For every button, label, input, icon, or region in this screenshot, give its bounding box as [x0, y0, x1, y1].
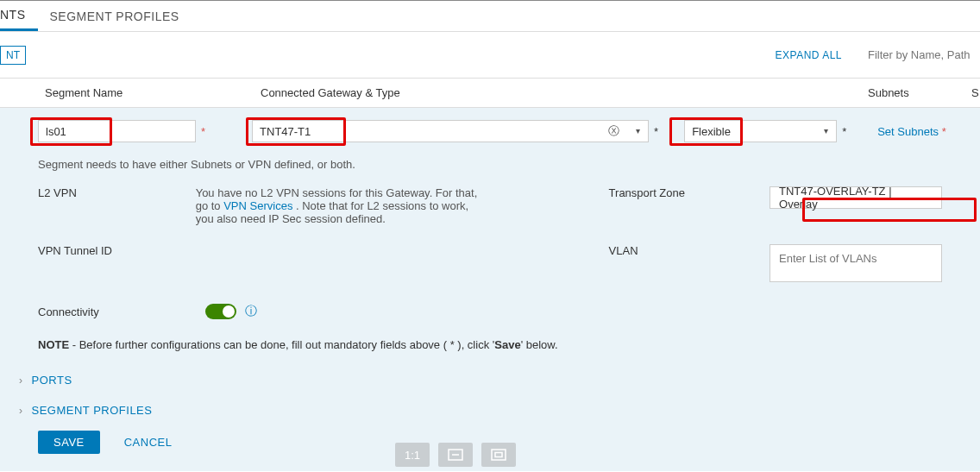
- segment-details: Segment needs to have either Subnets or …: [0, 154, 980, 471]
- required-marker: *: [654, 125, 658, 138]
- table-header: Segment Name Connected Gateway & Type Su…: [0, 79, 980, 108]
- col-extra: S: [964, 86, 980, 99]
- fit-screen-icon[interactable]: [481, 443, 516, 467]
- l2vpn-label: L2 VPN: [38, 186, 196, 199]
- connectivity-toggle[interactable]: [205, 304, 236, 319]
- note-text: NOTE - Before further configurations can…: [38, 338, 942, 351]
- tab-segments[interactable]: NTS: [0, 1, 38, 31]
- chevron-right-icon: ›: [19, 405, 23, 417]
- helper-text: Segment needs to have either Subnets or …: [38, 154, 942, 186]
- transport-zone-select[interactable]: TNT47-OVERLAY-TZ | Overlay: [770, 186, 942, 209]
- chevron-down-icon[interactable]: ▾: [824, 126, 828, 135]
- set-subnets-link[interactable]: Set Subnets *: [877, 125, 946, 138]
- col-subnets: Subnets: [861, 86, 964, 99]
- vpn-tunnel-id-label: VPN Tunnel ID: [38, 244, 196, 257]
- segment-edit-row: * ⓧ ▾ * ▾ * Set Subnets *: [0, 108, 980, 154]
- required-marker: *: [842, 125, 846, 138]
- action-bar: NT EXPAND ALL: [0, 32, 980, 79]
- save-button[interactable]: SAVE: [38, 431, 100, 454]
- segment-profiles-section[interactable]: › SEGMENT PROFILES: [19, 395, 942, 425]
- tab-segment-profiles[interactable]: SEGMENT PROFILES: [38, 3, 192, 30]
- connectivity-label: Connectivity: [38, 305, 205, 318]
- view-toolbar: 1:1: [395, 443, 516, 467]
- tab-bar: NTS SEGMENT PROFILES: [0, 1, 980, 32]
- expand-all-link[interactable]: EXPAND ALL: [776, 49, 842, 61]
- vpn-services-link[interactable]: VPN Services: [223, 199, 292, 212]
- col-gateway: Connected Gateway & Type: [254, 86, 668, 99]
- ports-section[interactable]: › PORTS: [19, 365, 942, 395]
- fit-width-icon[interactable]: [438, 443, 473, 467]
- col-segment-name: Segment Name: [38, 86, 254, 99]
- svg-rect-2: [492, 450, 506, 460]
- info-icon[interactable]: ⓘ: [245, 304, 257, 319]
- connected-gateway-input[interactable]: [252, 120, 649, 142]
- filter-input[interactable]: [868, 48, 971, 62]
- zoom-1to1-icon[interactable]: 1:1: [395, 443, 430, 467]
- vlan-input[interactable]: [770, 244, 942, 282]
- svg-rect-3: [495, 453, 502, 457]
- segment-type-select[interactable]: [684, 120, 837, 142]
- transport-zone-label: Transport Zone: [609, 186, 770, 199]
- l2vpn-text: You have no L2 VPN sessions for this Gat…: [196, 186, 488, 225]
- clear-icon[interactable]: ⓧ: [608, 123, 619, 139]
- segment-name-input[interactable]: [38, 120, 196, 142]
- chevron-right-icon: ›: [19, 374, 23, 387]
- cancel-button[interactable]: CANCEL: [124, 436, 173, 449]
- chevron-down-icon[interactable]: ▾: [636, 126, 640, 135]
- add-segment-button[interactable]: NT: [0, 46, 26, 65]
- required-marker: *: [201, 125, 205, 138]
- vlan-label: VLAN: [609, 244, 770, 257]
